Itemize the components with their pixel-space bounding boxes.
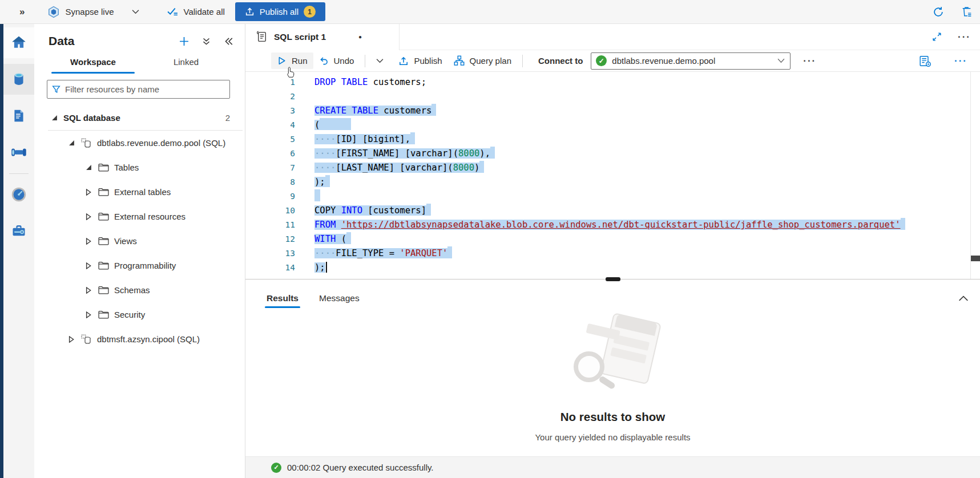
code-line-12[interactable]: 12WITH ( <box>245 232 980 246</box>
tree-item-count: 2 <box>225 113 245 123</box>
tree-item-programmability[interactable]: Programmability <box>34 253 245 278</box>
collapse-results-chevron-up-icon[interactable] <box>958 295 969 302</box>
run-button[interactable]: Run <box>271 52 313 69</box>
code-line-1[interactable]: 1DROP TABLE customers; <box>245 75 980 90</box>
code-line-5[interactable]: 5····[ID] [bigint], <box>245 132 980 147</box>
code-line-14[interactable]: 14); <box>245 261 980 275</box>
resource-tree: SQL database2dbtlabs.revenue.demo.pool (… <box>34 106 245 351</box>
line-number: 1 <box>245 75 295 90</box>
query-plan-label: Query plan <box>470 56 511 66</box>
publish-all-button[interactable]: Publish all 1 <box>235 2 325 21</box>
integrate-pipeline-icon <box>10 144 27 161</box>
connect-to-pool-dropdown[interactable]: ✓ dbtlabs.revenue.demo.pool <box>591 52 791 70</box>
editor-scrollbar-thumb[interactable] <box>971 256 980 261</box>
editor-more-ellipsis-icon[interactable]: ··· <box>954 55 967 67</box>
caret-collapsed-icon[interactable] <box>84 238 92 245</box>
tree-item-label: SQL database <box>63 113 120 123</box>
tab-linked[interactable]: Linked <box>155 57 217 74</box>
code-text: WITH ( <box>295 232 351 246</box>
filter-funnel-icon <box>52 85 61 94</box>
undo-redo-dropdown[interactable] <box>370 55 389 67</box>
tab-more-ellipsis-icon[interactable]: ··· <box>958 31 971 43</box>
tab-sql-script-1[interactable]: SQL script 1 ● <box>245 24 400 50</box>
tree-item-dbtlabs-revenue-demo-pool-sql[interactable]: dbtlabs.revenue.demo.pool (SQL) <box>34 131 245 155</box>
nav-data-database[interactable] <box>3 64 34 95</box>
refresh-icon[interactable] <box>933 6 944 18</box>
code-text: ); <box>295 261 327 275</box>
tree-item-sql-database[interactable]: SQL database2 <box>34 106 245 130</box>
monitor-gauge-icon <box>11 187 27 202</box>
top-command-bar: » Synapse live Validate all Publish all … <box>0 0 980 24</box>
nav-integrate-pipeline[interactable] <box>3 137 34 168</box>
sql-code-editor[interactable]: 1DROP TABLE customers;23CREATE TABLE cus… <box>245 72 980 279</box>
code-line-7[interactable]: 7····[LAST_NAME] [varchar](8000) <box>245 161 980 175</box>
tree-item-label: Views <box>114 236 137 246</box>
expand-editor-icon[interactable] <box>932 32 942 42</box>
run-play-icon <box>277 56 287 66</box>
code-text: CREATE TABLE customers <box>295 104 436 118</box>
synapse-live-selector[interactable]: Synapse live <box>47 6 139 18</box>
line-number: 13 <box>245 246 295 261</box>
trash-icon[interactable] <box>961 6 972 18</box>
left-nav-rail <box>0 24 34 478</box>
caret-collapsed-icon[interactable] <box>67 336 75 343</box>
expand-all-icon[interactable] <box>200 35 212 47</box>
data-database-icon <box>11 71 27 87</box>
code-line-8[interactable]: 8); <box>245 175 980 189</box>
validate-all-button[interactable]: Validate all <box>167 7 225 17</box>
double-chevron-right-icon[interactable]: » <box>19 6 23 18</box>
caret-collapsed-icon[interactable] <box>84 189 92 196</box>
add-icon[interactable] <box>178 35 190 47</box>
tree-item-tables[interactable]: Tables <box>34 155 245 180</box>
toolbar-more-ellipsis-icon[interactable]: ··· <box>803 55 816 67</box>
query-plan-button[interactable]: Query plan <box>448 52 517 70</box>
code-line-10[interactable]: 10COPY INTO [customers] <box>245 204 980 218</box>
tree-item-external-resources[interactable]: External resources <box>34 204 245 229</box>
line-number: 8 <box>245 175 295 189</box>
caret-expanded-icon[interactable] <box>50 115 58 121</box>
code-line-4[interactable]: 4( <box>245 118 980 132</box>
tab-workspace[interactable]: Workspace <box>51 57 135 74</box>
code-line-6[interactable]: 6····[FIRST_NAME] [varchar](8000), <box>245 147 980 161</box>
caret-expanded-icon[interactable] <box>84 164 92 171</box>
tree-item-schemas[interactable]: Schemas <box>34 278 245 302</box>
nav-monitor-gauge[interactable] <box>3 179 34 210</box>
code-line-2[interactable]: 2 <box>245 90 980 104</box>
undo-button[interactable]: Undo <box>313 52 360 69</box>
filter-resources-input[interactable] <box>65 84 225 94</box>
nav-develop-document[interactable] <box>3 100 34 131</box>
code-line-11[interactable]: 11FROM 'https://dbtlabsynapsedatalake.bl… <box>245 218 980 232</box>
line-number: 3 <box>245 104 295 118</box>
line-number: 6 <box>245 147 295 161</box>
caret-collapsed-icon[interactable] <box>84 287 92 294</box>
collapse-panel-icon[interactable] <box>222 35 235 47</box>
unsaved-dot-indicator: ● <box>358 34 362 40</box>
script-settings-icon[interactable] <box>919 55 931 67</box>
tree-item-dbtmsft-azsyn-cipool-sql[interactable]: dbtmsft.azsyn.cipool (SQL) <box>34 327 245 351</box>
nav-home[interactable] <box>3 27 34 58</box>
code-line-9[interactable]: 9 <box>245 189 980 204</box>
validate-check-icon <box>167 7 179 17</box>
code-text: ····FILE_TYPE = 'PARQUET' <box>295 246 452 261</box>
caret-collapsed-icon[interactable] <box>84 213 92 220</box>
caret-collapsed-icon[interactable] <box>84 311 92 318</box>
code-line-3[interactable]: 3CREATE TABLE customers <box>245 104 980 118</box>
publish-count-badge: 1 <box>304 6 316 18</box>
code-text: ····[FIRST_NAME] [varchar](8000), <box>295 147 495 161</box>
code-text: COPY INTO [customers] <box>295 204 431 218</box>
publish-button[interactable]: Publish <box>393 52 447 70</box>
tree-item-external-tables[interactable]: External tables <box>34 180 245 204</box>
tab-messages[interactable]: Messages <box>317 293 361 311</box>
code-line-13[interactable]: 13····FILE_TYPE = 'PARQUET' <box>245 246 980 261</box>
tree-item-views[interactable]: Views <box>34 229 245 253</box>
main-content: SQL script 1 ● ··· Run <box>245 24 980 478</box>
caret-collapsed-icon[interactable] <box>84 262 92 269</box>
caret-expanded-icon[interactable] <box>67 140 75 146</box>
tree-item-security[interactable]: Security <box>34 302 245 327</box>
tab-results[interactable]: Results <box>265 293 300 311</box>
chevron-down-icon <box>777 58 785 63</box>
code-text: DROP TABLE customers; <box>295 75 426 90</box>
nav-manage-toolbox[interactable] <box>3 216 34 246</box>
pane-splitter-handle[interactable] <box>606 277 620 281</box>
validate-all-label: Validate all <box>184 7 225 17</box>
